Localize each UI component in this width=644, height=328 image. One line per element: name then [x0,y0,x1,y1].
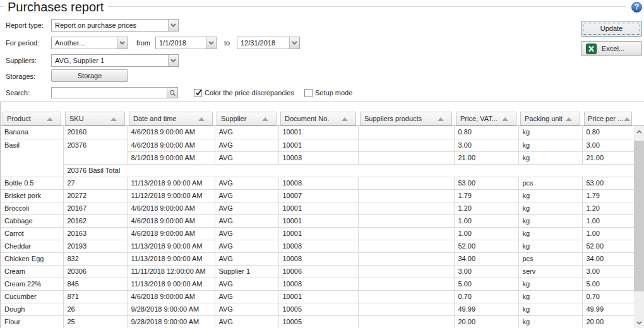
scrollbar-thumb[interactable] [634,141,644,291]
cell[interactable]: 8/1/2018 9:00:00 AM [127,151,215,164]
cell[interactable] [358,139,454,151]
cell[interactable]: kg [518,240,582,252]
cell[interactable]: kg [518,278,582,290]
cell[interactable]: Cream [1,265,63,278]
cell[interactable]: 1.20 [454,202,518,214]
scrollbar-down-button[interactable] [634,317,644,328]
suppliers-dropdown-button[interactable] [168,55,178,66]
cell[interactable] [358,126,454,139]
cell[interactable]: AVG [215,315,278,328]
cell[interactable]: 10008 [278,177,358,189]
cell[interactable]: 21.00 [582,151,634,164]
storage-button[interactable]: Storage [51,69,128,82]
cell[interactable]: 10003 [278,151,358,164]
cell[interactable]: AVG [215,240,278,252]
cell[interactable]: 20167 [63,202,127,214]
search-button[interactable] [167,88,177,98]
cell[interactable]: 10008 [278,252,358,265]
cell[interactable]: AVG [215,227,278,240]
cell[interactable]: 20160 [63,126,127,139]
cell[interactable]: 10001 [278,290,358,303]
cell[interactable]: 20.00 [582,315,634,328]
date-from-combo[interactable]: 1/1/2018 [155,37,217,49]
cell[interactable]: pcs [518,252,582,265]
cell[interactable]: 5.00 [582,278,634,290]
cell[interactable]: pcs [518,177,582,189]
cell[interactable]: 10001 [278,214,358,227]
cell[interactable]: Cucumber [1,290,63,303]
cell[interactable] [358,240,454,252]
cell[interactable]: 10008 [278,240,358,252]
cell[interactable]: 4/6/2018 9:00:00 AM [127,126,215,139]
cell[interactable]: 27 [63,177,127,189]
cell[interactable]: 49.99 [582,303,634,315]
cell[interactable]: 1.00 [582,227,634,240]
search-input[interactable] [51,87,178,98]
cell[interactable]: 20306 [63,265,127,278]
cell[interactable]: 10001 [278,126,358,139]
cell[interactable]: 832 [63,252,127,265]
cell[interactable]: 52.00 [582,240,634,252]
cell[interactable]: 49.99 [454,303,518,315]
cell[interactable]: AVG [215,126,278,139]
cell[interactable]: 4/6/2018 9:00:00 AM [127,139,215,151]
column-header-date-and-time[interactable]: Date and time [129,112,213,126]
cell[interactable]: kg [518,139,582,151]
cell[interactable]: kg [518,202,582,214]
cell[interactable]: 20193 [63,240,127,252]
update-button[interactable]: Update [581,21,642,37]
cell[interactable]: 1.00 [582,214,634,227]
cell[interactable]: Cabbage [1,214,63,227]
cell[interactable]: 11/11/2018 12:00:00 AM [127,265,215,278]
cell[interactable]: 11/12/2018 9:00:00 AM [127,189,215,202]
column-header-price-per[interactable]: Price per ... [584,112,632,126]
cell[interactable]: Dough [1,303,63,315]
cell[interactable]: 4/6/2018 9:00:00 AM [127,290,215,303]
cell[interactable]: Chicken Egg [1,252,63,265]
cell[interactable]: 20376 [63,139,127,164]
cell[interactable]: 10001 [278,227,358,240]
cell[interactable] [358,303,454,315]
checkbox-box[interactable] [194,89,202,97]
cell[interactable]: 21.00 [454,151,518,164]
report-type-combo[interactable]: Report on purchase prices [51,19,179,32]
cell[interactable]: serv [518,265,582,278]
cell[interactable]: Bottle 0.5 [1,177,63,189]
checkbox-setup-mode[interactable]: Setup mode [304,88,352,97]
cell[interactable]: 34.00 [454,252,518,265]
cell[interactable]: 1.79 [582,189,634,202]
period-combo[interactable]: Another... [51,37,128,49]
scrollbar-up-button[interactable] [634,126,644,137]
cell[interactable]: 52.00 [454,240,518,252]
cell[interactable]: 20272 [63,189,127,202]
cell[interactable]: kg [518,303,582,315]
cell[interactable]: 871 [63,290,127,303]
column-header-supplier[interactable]: Supplier [217,112,277,126]
cell[interactable]: 5.00 [454,278,518,290]
cell[interactable] [358,227,454,240]
cell[interactable]: 20162 [63,214,127,227]
cell[interactable]: 9/28/2018 9:00:00 AM [127,315,215,328]
cell[interactable]: 20376 Basil Total [63,164,634,177]
cell[interactable]: AVG [215,303,278,315]
cell[interactable]: 1.00 [454,214,518,227]
cell[interactable]: Banana [1,126,63,139]
cell[interactable]: 0.80 [582,126,634,139]
cell[interactable]: Broccoli [1,202,63,214]
cell[interactable]: 3.00 [582,139,634,151]
cell[interactable]: 10006 [278,265,358,278]
cell[interactable]: 11/13/2018 9:00:00 AM [127,252,215,265]
cell[interactable] [358,151,454,164]
column-header-document-no[interactable]: Document No. [280,112,356,126]
cell[interactable]: 10008 [278,278,358,290]
cell[interactable]: 11/13/2018 9:00:00 AM [127,278,215,290]
cell[interactable]: 10001 [278,202,358,214]
cell[interactable]: 20163 [63,227,127,240]
report-type-dropdown-button[interactable] [168,20,178,31]
cell[interactable]: kg [518,126,582,139]
cell[interactable]: 3.00 [454,139,518,151]
cell[interactable]: 3.00 [454,265,518,278]
cell[interactable]: kg [518,315,582,328]
cell[interactable] [358,214,454,227]
cell[interactable] [358,202,454,214]
